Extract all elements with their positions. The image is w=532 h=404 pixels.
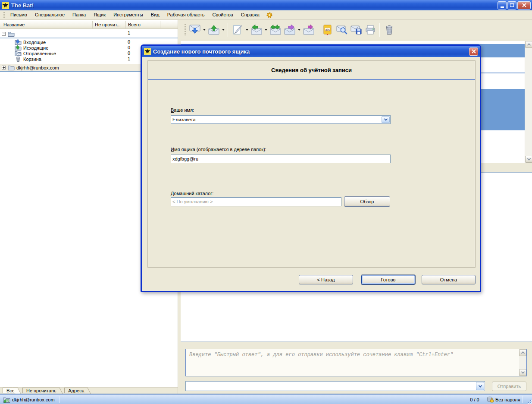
forward-button[interactable] bbox=[282, 22, 297, 38]
folder-total-count: 0 bbox=[128, 45, 130, 50]
statusbar-account-text: dkjrhh@runbox.com bbox=[12, 397, 55, 402]
delete-button[interactable] bbox=[382, 22, 396, 38]
name-combobox[interactable]: Елизавета bbox=[171, 115, 391, 124]
message-list-scrollbar[interactable] bbox=[525, 41, 532, 163]
window-title: The Bat! bbox=[11, 2, 497, 9]
address-book-icon: abc bbox=[322, 24, 333, 35]
combobox-dropdown-button[interactable] bbox=[476, 382, 484, 390]
dialog-body: Сведения об учётной записи Ваше имя: Ели… bbox=[142, 57, 480, 291]
column-header-unread[interactable]: Не прочит... bbox=[93, 21, 126, 29]
printer-icon bbox=[365, 24, 376, 35]
cancel-button[interactable]: Отмена bbox=[422, 275, 476, 284]
column-header-name[interactable]: Название bbox=[0, 21, 93, 29]
tab-unread[interactable]: Не прочитано bbox=[22, 388, 58, 393]
menu-workspace[interactable]: Рабочая область bbox=[163, 10, 209, 19]
folder-name: Отправленные bbox=[23, 51, 56, 56]
chevron-down-icon bbox=[521, 370, 524, 373]
statusbar-account[interactable]: dkjrhh@runbox.com bbox=[1, 395, 57, 404]
sent-folder-icon bbox=[15, 50, 22, 56]
scroll-up-button[interactable] bbox=[519, 349, 526, 356]
menubar-grip[interactable] bbox=[3, 12, 5, 18]
menu-mailbox[interactable]: Ящик bbox=[90, 10, 110, 19]
column-header-total[interactable]: Всего bbox=[126, 21, 160, 29]
statusbar-separator bbox=[483, 396, 483, 403]
folder-name: Исходящие bbox=[23, 45, 48, 50]
menu-special[interactable]: Специальное bbox=[31, 10, 69, 19]
chevron-down-icon bbox=[384, 117, 387, 120]
search-messages-button[interactable] bbox=[335, 22, 349, 38]
scroll-down-button[interactable] bbox=[525, 156, 532, 163]
check-mail-button[interactable] bbox=[188, 22, 202, 38]
address-book-button[interactable]: abc bbox=[320, 22, 335, 38]
chevron-up-icon bbox=[527, 43, 530, 47]
quick-reply-address-combobox[interactable] bbox=[185, 381, 485, 391]
thebat-app-icon bbox=[2, 2, 9, 9]
chevron-down-icon bbox=[527, 157, 530, 160]
finish-button[interactable]: Готово bbox=[361, 275, 415, 284]
send-mail-button[interactable] bbox=[207, 22, 221, 38]
send-mail-dropdown[interactable] bbox=[221, 22, 225, 38]
dialog-content-panel: Сведения об учётной записи Ваше имя: Ели… bbox=[147, 60, 476, 268]
reply-button[interactable] bbox=[249, 22, 263, 38]
maximize-button[interactable] bbox=[507, 1, 516, 9]
send-mail-icon bbox=[208, 24, 219, 35]
dialog-close-button[interactable] bbox=[469, 47, 478, 56]
menu-properties[interactable]: Свойства bbox=[208, 10, 237, 19]
quick-reply-input[interactable]: Введите "Быстрый ответ", а для его отпра… bbox=[185, 349, 527, 376]
combobox-dropdown-button[interactable] bbox=[382, 116, 390, 123]
new-message-button[interactable] bbox=[230, 22, 244, 38]
back-button[interactable]: < Назад bbox=[299, 275, 353, 284]
quick-reply-scrollbar[interactable] bbox=[519, 349, 526, 376]
menu-tools[interactable]: Инструменты bbox=[110, 10, 147, 19]
reply-all-button[interactable] bbox=[268, 22, 282, 38]
toolbar-grip[interactable] bbox=[185, 24, 186, 35]
expand-icon[interactable] bbox=[2, 66, 6, 69]
menu-letter[interactable]: Письмо bbox=[6, 10, 31, 19]
password-database-icon bbox=[487, 396, 494, 403]
menu-help[interactable]: Справка bbox=[237, 10, 263, 19]
mailbox-name-value: xdgfbgg@ru bbox=[172, 156, 198, 161]
new-mailbox-dialog: Создание нового почтового ящика Сведения… bbox=[141, 44, 481, 292]
browse-button[interactable]: Обзор bbox=[344, 196, 390, 207]
check-mail-dropdown[interactable] bbox=[202, 22, 207, 38]
folder-total-count: 1 bbox=[128, 30, 130, 36]
forward-dropdown[interactable] bbox=[297, 22, 301, 38]
menu-view[interactable]: Вид bbox=[147, 10, 163, 19]
save-message-button[interactable] bbox=[349, 22, 363, 38]
toolbar-separator bbox=[318, 23, 318, 37]
gear-icon[interactable] bbox=[266, 12, 273, 19]
collapse-icon[interactable] bbox=[2, 32, 6, 36]
print-button[interactable] bbox=[363, 22, 377, 38]
new-message-dropdown[interactable] bbox=[244, 22, 249, 38]
reply-dropdown[interactable] bbox=[263, 22, 268, 38]
redirect-button[interactable] bbox=[301, 22, 316, 38]
toolbar-separator bbox=[379, 23, 380, 37]
forward-icon bbox=[284, 24, 295, 35]
svg-text:abc: abc bbox=[325, 28, 330, 31]
folder-row-root[interactable]: 1 bbox=[0, 30, 178, 37]
reply-icon bbox=[251, 24, 262, 35]
resize-grip[interactable] bbox=[526, 398, 531, 403]
send-button[interactable]: Отправить bbox=[492, 382, 526, 391]
inbox-folder-icon bbox=[15, 39, 22, 45]
tab-all[interactable]: Все bbox=[3, 388, 16, 393]
scroll-up-button[interactable] bbox=[525, 41, 532, 48]
mailbox-name-input[interactable]: xdgfbgg@ru bbox=[171, 155, 391, 163]
tab-addresses[interactable]: Адреса bbox=[64, 388, 86, 393]
minimize-button[interactable] bbox=[498, 1, 507, 9]
trash-icon bbox=[15, 56, 22, 62]
statusbar-password-text: Без пароля bbox=[495, 397, 520, 402]
menu-folder[interactable]: Папка bbox=[69, 10, 90, 19]
open-folder-icon bbox=[8, 31, 15, 37]
thebat-dialog-icon bbox=[144, 48, 151, 55]
folder-column-headers: Название Не прочит... Всего bbox=[0, 21, 178, 29]
close-button[interactable] bbox=[517, 1, 531, 9]
folder-total-count: 0 bbox=[128, 39, 130, 45]
folder-icon bbox=[8, 65, 15, 70]
statusbar-separator bbox=[523, 396, 523, 403]
home-directory-input[interactable]: < По умолчанию > bbox=[171, 197, 341, 206]
save-icon bbox=[350, 24, 362, 35]
scroll-down-button[interactable] bbox=[519, 369, 526, 376]
folder-tabs: Все Не прочитано Адреса bbox=[0, 387, 178, 393]
statusbar-password[interactable]: Без пароля bbox=[485, 395, 523, 404]
